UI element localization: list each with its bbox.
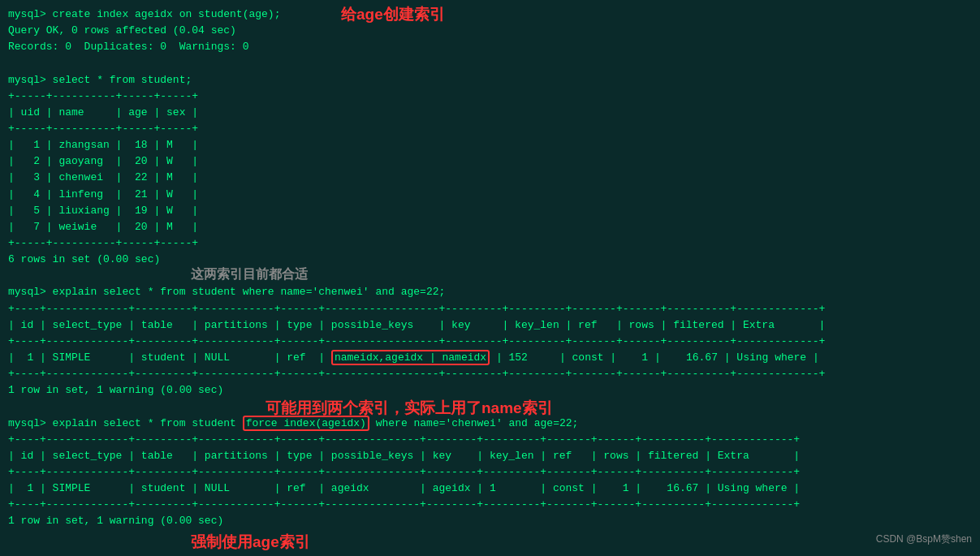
table-border: +----+-------------+---------+----------… [8,497,972,513]
table-header: | id | select_type | table | partitions … [8,317,972,334]
table-header: | uid | name | age | sex | [8,105,972,121]
terminal-line [8,268,972,284]
table-row: | 7 | weiwie | 20 | M | [8,219,972,235]
watermark: CSDN @BspM赞shen [876,532,972,546]
table-row: | 3 | chenwei | 22 | M | [8,170,972,186]
terminal-line: Records: 0 Duplicates: 0 Warnings: 0 [8,39,972,55]
terminal-line: 1 row in set, 1 warning (0.00 sec) [8,513,972,529]
table-border: +----+-------------+---------+----------… [8,334,972,350]
explain-row-1: | 1 | SIMPLE | student | NULL | ref | na… [8,350,972,366]
explain-row-2: | 1 | SIMPLE | student | NULL | ref | ag… [8,481,972,497]
table-row: | 4 | linfeng | 21 | W | [8,187,972,203]
terminal-line: Query OK, 0 rows affected (0.04 sec) [8,23,972,39]
table-border: +-----+----------+-----+-----+ [8,235,972,252]
table-row: | 5 | liuxiang | 19 | W | [8,203,972,219]
table-header: | id | select_type | table | partitions … [8,448,972,464]
terminal-line: mysql> create index ageidx on student(ag… [8,6,972,23]
terminal-line [8,399,972,415]
terminal-line: mysql> select * from student; [8,72,972,88]
terminal-line: 6 rows in set (0.00 sec) [8,252,972,268]
force-index-highlight: force index(ageidx) [243,416,369,431]
terminal-line: mysql> explain select * from student for… [8,416,972,432]
table-border: +----+-------------+---------+----------… [8,432,972,448]
terminal-line: mysql> explain select * from student whe… [8,284,972,300]
terminal-window: mysql> create index ageidx on student(ag… [0,0,980,537]
table-border: +-----+----------+-----+-----+ [8,121,972,137]
table-row: | 1 | zhangsan | 18 | M | [8,137,972,153]
table-border: +----+-------------+---------+----------… [8,301,972,317]
table-row: | 2 | gaoyang | 20 | W | [8,153,972,170]
table-border: +----+-------------+---------+----------… [8,464,972,481]
terminal-line: 1 row in set, 1 warning (0.00 sec) [8,382,972,399]
table-border: +-----+----------+-----+-----+ [8,88,972,105]
highlighted-keys: nameidx,ageidx | nameidx [331,350,490,365]
terminal-line [8,55,972,71]
table-border: +----+-------------+---------+----------… [8,366,972,382]
